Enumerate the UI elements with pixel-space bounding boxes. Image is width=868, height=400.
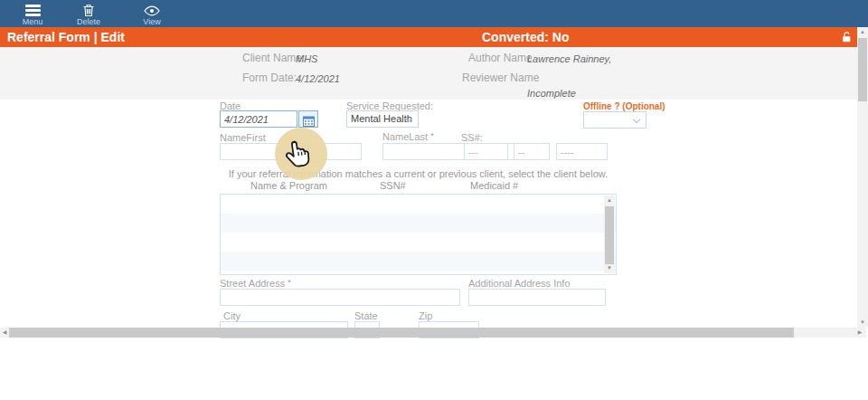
street-address-label: Street Address *	[220, 278, 291, 289]
horizontal-scrollbar[interactable]: ◀ ▶	[0, 328, 866, 338]
listbox-scrollbar-thumb[interactable]	[605, 206, 614, 264]
scroll-down-icon[interactable]: ▼	[857, 318, 868, 328]
author-name-label: Author Name	[468, 52, 533, 64]
trash-icon	[63, 4, 114, 17]
form-date-value: 4/12/2021	[296, 73, 340, 84]
scroll-left-icon[interactable]: ◀	[0, 328, 9, 338]
listbox-scrollbar[interactable]: ▲ ▼	[604, 195, 615, 273]
menu-button-label: Menu	[7, 18, 58, 26]
scroll-right-icon[interactable]: ▶	[855, 328, 864, 338]
eye-icon	[127, 4, 177, 17]
city-label: City	[223, 310, 241, 321]
ssn-part2-input[interactable]	[514, 143, 550, 160]
converted-status: Converted: No	[482, 27, 569, 47]
calendar-button[interactable]	[298, 110, 318, 128]
name-first-label: NameFirst	[220, 132, 266, 143]
page-title: Referral Form | Edit	[7, 27, 125, 47]
zip-label: Zip	[419, 310, 432, 321]
client-name-value: MHS	[296, 53, 317, 64]
ssn-part3-input[interactable]	[556, 143, 608, 160]
service-requested-value: Mental Health	[351, 113, 412, 124]
calendar-icon	[303, 116, 315, 127]
unlock-icon[interactable]	[841, 31, 854, 44]
form-titlebar: Referral Form | Edit Converted: No	[0, 27, 857, 47]
form-header: Client Name: MHS Form Date: 4/12/2021 Au…	[0, 47, 857, 100]
street-address-input[interactable]	[220, 289, 460, 306]
top-toolbar: Menu Delete View	[0, 0, 868, 27]
offline-select[interactable]	[583, 111, 646, 129]
column-header-ssn: SSN#	[380, 180, 406, 191]
menu-icon	[7, 4, 58, 17]
vertical-scrollbar[interactable]: ▲ ▼	[857, 27, 868, 328]
author-name-value: Lawrence Rainney,	[527, 53, 611, 64]
view-button[interactable]: View	[127, 2, 177, 26]
vertical-scrollbar-thumb[interactable]	[858, 38, 867, 101]
date-input[interactable]	[220, 110, 297, 128]
state-label: State	[354, 310, 378, 321]
chevron-down-icon	[633, 116, 640, 123]
required-asterisk: *	[288, 278, 291, 287]
scroll-up-icon[interactable]: ▲	[604, 195, 615, 205]
service-requested-select[interactable]: Mental Health	[346, 110, 419, 128]
offline-optional-label: Offline ? (Optional)	[583, 101, 665, 111]
ssn-part1-input[interactable]	[464, 143, 508, 160]
horizontal-scrollbar-thumb[interactable]	[9, 328, 794, 338]
column-header-name-program: Name & Program	[250, 180, 327, 191]
name-first-input[interactable]	[220, 143, 362, 160]
menu-button[interactable]: Menu	[7, 2, 58, 26]
column-header-medicaid: Medicaid #	[470, 180, 518, 191]
reviewer-name-label: Reviewer Name	[462, 71, 539, 84]
required-asterisk: *	[430, 131, 434, 140]
name-last-label: NameLast *	[382, 131, 434, 142]
scroll-down-icon[interactable]: ▼	[604, 263, 615, 273]
form-date-label: Form Date:	[242, 71, 297, 84]
client-match-hint: If your referral information matches a c…	[220, 168, 617, 179]
view-button-label: View	[127, 18, 177, 26]
additional-address-input[interactable]	[468, 289, 606, 306]
app-window: Menu Delete View Referral Form | Edit Co…	[0, 0, 868, 400]
scroll-up-icon[interactable]: ▲	[857, 27, 868, 37]
ssn-label: SS#:	[461, 132, 483, 143]
delete-button[interactable]: Delete	[63, 2, 114, 26]
status-incomplete: Incomplete	[527, 88, 576, 99]
additional-address-label: Additional Address Info	[468, 278, 571, 289]
client-match-listbox[interactable]: ▲ ▼	[220, 194, 617, 275]
delete-button-label: Delete	[63, 18, 114, 26]
